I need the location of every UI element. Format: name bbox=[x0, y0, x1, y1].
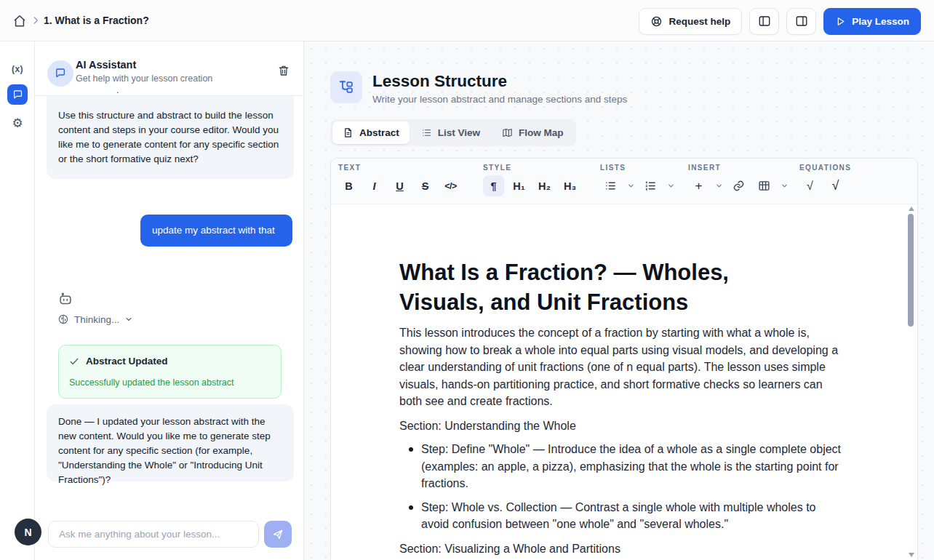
bullet-list-icon bbox=[604, 180, 617, 192]
topbar-actions: Request help Play Lesson bbox=[639, 7, 921, 35]
ordered-list-chevron[interactable] bbox=[666, 175, 676, 196]
chevron-down-icon bbox=[124, 315, 133, 324]
link-button[interactable] bbox=[728, 175, 749, 196]
chat-input[interactable] bbox=[48, 521, 259, 548]
toolbar-group-insert: INSERT + bbox=[688, 164, 789, 196]
send-button[interactable] bbox=[264, 521, 292, 548]
app-root: 1. What is a Fraction? Request help bbox=[0, 0, 934, 560]
scroll-up-arrow[interactable] bbox=[909, 207, 914, 211]
table-button[interactable] bbox=[754, 175, 775, 196]
brain-icon bbox=[57, 313, 69, 325]
assistant-message: Use this structure and abstract to build… bbox=[47, 96, 294, 179]
scrollbar-thumb[interactable] bbox=[908, 214, 914, 327]
abstract-updated-card: Abstract Updated Successfully updated th… bbox=[58, 345, 282, 399]
thinking-label: Thinking... bbox=[74, 314, 119, 325]
tab-abstract[interactable]: Abstract bbox=[332, 121, 410, 144]
top-bar: 1. What is a Fraction? Request help bbox=[0, 0, 934, 41]
document-step-item: Step: Define "Whole" — Introduce the ide… bbox=[407, 441, 843, 492]
play-icon bbox=[835, 16, 846, 27]
document-heading: What Is a Fraction? — Wholes, Visuals, a… bbox=[399, 257, 807, 317]
user-avatar[interactable]: N bbox=[15, 519, 41, 545]
chat-bubble-icon bbox=[12, 89, 23, 100]
document-editor[interactable]: What Is a Fraction? — Wholes, Visuals, a… bbox=[331, 205, 917, 560]
tab-list-view[interactable]: List View bbox=[411, 121, 490, 144]
ordered-list-button[interactable] bbox=[640, 175, 661, 196]
toggle-left-panel-button[interactable] bbox=[749, 8, 779, 35]
bullet-list-chevron[interactable] bbox=[626, 175, 636, 196]
heading2-button[interactable]: H₂ bbox=[534, 175, 555, 196]
insert-plus-chevron[interactable] bbox=[714, 175, 724, 196]
settings-button[interactable]: ⚙ bbox=[7, 113, 28, 133]
table-chevron[interactable] bbox=[779, 175, 789, 196]
page-title: Lesson Structure bbox=[372, 72, 507, 91]
inline-equation-button[interactable]: √ bbox=[799, 175, 821, 196]
ai-assistant-panel: AI Assistant Get help with your lesson c… bbox=[35, 41, 304, 560]
code-button[interactable]: </> bbox=[440, 175, 461, 196]
tab-flow-map[interactable]: Flow Map bbox=[492, 121, 574, 144]
view-tabs: Abstract List View Flow Map bbox=[330, 119, 576, 146]
ordered-list-icon bbox=[644, 180, 657, 192]
table-icon bbox=[758, 180, 770, 192]
assistant-title: AI Assistant bbox=[76, 59, 136, 71]
thinking-toggle[interactable]: Thinking... bbox=[57, 313, 133, 325]
trash-icon bbox=[277, 64, 290, 77]
map-icon bbox=[502, 127, 513, 138]
home-icon bbox=[12, 14, 27, 28]
italic-button[interactable]: I bbox=[364, 175, 385, 196]
assistant-avatar bbox=[47, 60, 73, 87]
bullet-list-button[interactable] bbox=[600, 175, 621, 196]
heading1-button[interactable]: H₁ bbox=[508, 175, 530, 196]
paragraph-button[interactable]: ¶ bbox=[483, 175, 504, 196]
request-help-button[interactable]: Request help bbox=[639, 8, 742, 35]
editor-toolbar: TEXT B I U S </> STYLE ¶ H₁ H₂ bbox=[331, 159, 917, 204]
robot-icon bbox=[57, 291, 73, 307]
page-subtitle: Write your lesson abstract and manage se… bbox=[372, 94, 627, 105]
breadcrumb-chevron-icon bbox=[31, 15, 41, 25]
lesson-structure-icon bbox=[330, 71, 362, 103]
insert-plus-button[interactable]: + bbox=[688, 175, 709, 196]
chat-bubble-icon bbox=[55, 68, 66, 79]
document-icon bbox=[343, 127, 354, 138]
document-section-title: Section: Visualizing a Whole and Partiti… bbox=[399, 540, 845, 558]
block-equation-button[interactable]: √ bbox=[825, 175, 846, 196]
user-message: update my abstract with that bbox=[140, 215, 292, 247]
panel-left-icon bbox=[758, 15, 771, 28]
ai-chat-nav-button[interactable] bbox=[7, 84, 28, 105]
underline-button[interactable]: U bbox=[389, 175, 410, 196]
help-lifebuoy-icon bbox=[650, 15, 663, 28]
toolbar-group-style: STYLE ¶ H₁ H₂ H₃ bbox=[483, 164, 580, 196]
toolbar-group-lists: LISTS bbox=[600, 164, 676, 196]
editor-card: TEXT B I U S </> STYLE ¶ H₁ H₂ bbox=[330, 158, 918, 560]
success-subtitle: Successfully updated the lesson abstract bbox=[69, 377, 234, 388]
variables-icon: (x) bbox=[12, 64, 23, 74]
gear-icon: ⚙ bbox=[12, 116, 23, 131]
editor-scrollbar[interactable] bbox=[907, 207, 916, 559]
document-abstract: This lesson introduces the concept of a … bbox=[399, 324, 845, 410]
main-area: Lesson Structure Write your lesson abstr… bbox=[304, 41, 934, 560]
document-step-item: Step: Whole vs. Collection — Contrast a … bbox=[407, 499, 843, 533]
list-icon bbox=[421, 127, 432, 138]
toolbar-group-text: TEXT B I U S </> bbox=[338, 164, 461, 196]
document-section-title: Section: Understanding the Whole bbox=[399, 417, 845, 435]
variables-button[interactable]: (x) bbox=[7, 59, 28, 79]
bold-button[interactable]: B bbox=[338, 175, 359, 196]
left-icon-rail: (x) ⚙ bbox=[0, 41, 35, 560]
paper-plane-icon bbox=[272, 529, 284, 540]
breadcrumb: 1. What is a Fraction? bbox=[44, 15, 149, 26]
scroll-down-arrow[interactable] bbox=[909, 553, 914, 557]
scrolled-message-remnant: . bbox=[116, 85, 119, 95]
link-icon bbox=[733, 180, 745, 192]
panel-right-icon bbox=[795, 15, 808, 28]
success-header: Abstract Updated bbox=[69, 356, 168, 367]
clear-chat-button[interactable] bbox=[275, 62, 292, 79]
home-button[interactable] bbox=[10, 12, 29, 31]
assistant-subtitle: Get help with your lesson creation bbox=[76, 73, 212, 84]
assistant-message: Done — I updated your lesson abstract wi… bbox=[47, 404, 294, 481]
toggle-right-panel-button[interactable] bbox=[786, 8, 816, 35]
check-icon bbox=[69, 356, 79, 367]
document-step-list: Step: Define "Whole" — Introduce the ide… bbox=[407, 441, 843, 540]
heading3-button[interactable]: H₃ bbox=[559, 175, 580, 196]
strikethrough-button[interactable]: S bbox=[415, 175, 436, 196]
success-title: Abstract Updated bbox=[86, 356, 168, 367]
play-lesson-button[interactable]: Play Lesson bbox=[823, 8, 921, 35]
